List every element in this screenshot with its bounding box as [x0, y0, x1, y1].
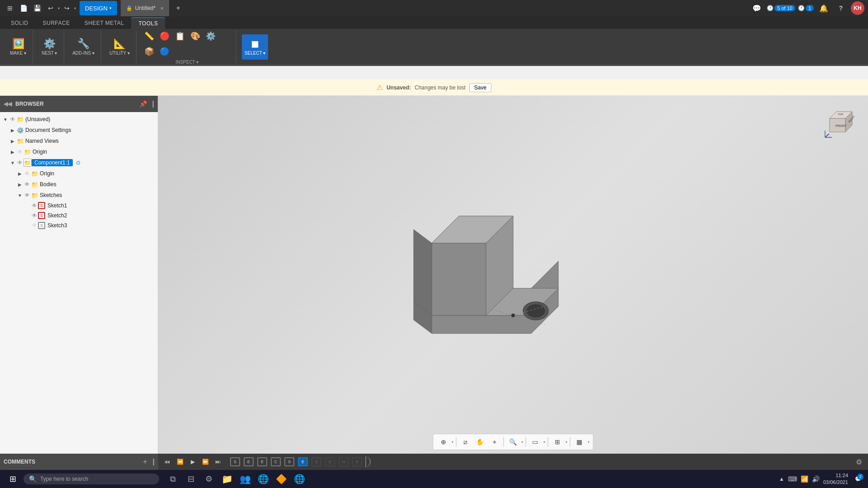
tl-step-10[interactable]: E [351, 456, 363, 467]
teams-btn[interactable]: 👥 [237, 471, 253, 487]
vis-root[interactable]: 👁 [9, 116, 16, 123]
tl-step-7[interactable]: S [310, 456, 323, 467]
tab-solid[interactable]: SOLID [4, 17, 36, 29]
undo-caret[interactable]: ▾ [58, 6, 60, 10]
tab-sheet-metal[interactable]: SHEET METAL [77, 17, 132, 29]
undo-btn[interactable]: ↩ [44, 2, 57, 14]
vis-bodies[interactable]: 👁 [24, 181, 31, 188]
component-color-btn[interactable]: ⚙️ [203, 29, 218, 43]
tree-item-sketches[interactable]: ▼ 👁 📁 Sketches [0, 190, 158, 201]
tl-play-btn[interactable]: ▶ [187, 456, 198, 467]
tab-surface[interactable]: SURFACE [36, 17, 77, 29]
tree-item-sketch1[interactable]: 👁 S Sketch1 [0, 201, 158, 211]
expand-sketches[interactable]: ▼ [16, 192, 24, 199]
addins-btn[interactable]: 🔧 ADD-INS ▾ [70, 34, 97, 60]
view-caret[interactable]: ▾ [588, 440, 590, 444]
nest-btn[interactable]: ⚙️ NEST ▾ [38, 34, 60, 60]
tl-step-2[interactable]: E [242, 456, 255, 467]
help-btn[interactable]: ? [834, 1, 848, 15]
tl-step-1[interactable]: S [229, 456, 241, 467]
display-mode-btn[interactable]: ▭ [529, 436, 542, 448]
navigate-btn[interactable]: ✋ [474, 436, 486, 448]
pin-browser-btn[interactable]: 📌 [139, 100, 147, 108]
tree-item-comp-origin[interactable]: ▶ 👁 📁 Origin [0, 168, 158, 179]
timeline-settings-btn[interactable]: ⚙ [854, 456, 864, 467]
curvature-btn[interactable]: 🔵 [157, 44, 172, 59]
fit-btn[interactable]: ⌖ [488, 436, 501, 448]
explorer-btn[interactable]: 📁 [219, 471, 235, 487]
section-analysis-btn[interactable]: 📋 [173, 29, 187, 43]
network-icon[interactable]: 📶 [801, 475, 808, 483]
tl-step-9[interactable]: H [337, 456, 350, 467]
select-btn[interactable]: ◼ SELECT ▾ [242, 34, 269, 60]
tl-next-btn[interactable]: ⏩ [200, 456, 211, 467]
vis-sketch3[interactable]: 👁 [31, 222, 38, 229]
chrome-btn[interactable]: 🌐 [255, 471, 271, 487]
tray-caret[interactable]: ▲ [779, 476, 784, 482]
notifications-btn[interactable]: 🔔 [816, 1, 831, 15]
tree-item-component1[interactable]: ▼ 👁 📁 Component1:1 ⊙ [0, 157, 158, 168]
collapse-browser-btn[interactable]: ◀◀ [4, 101, 12, 107]
notifications-taskbar-btn[interactable]: 💬 2 [852, 473, 864, 485]
utility-btn[interactable]: 📐 UTILITY ▾ [107, 34, 132, 60]
vis-sketch2[interactable]: 👁 [31, 212, 38, 219]
close-tab-btn[interactable]: ✕ [160, 6, 164, 11]
tree-item-sketch2[interactable]: 👁 S Sketch2 [0, 211, 158, 221]
zoom-btn[interactable]: 🔍 [507, 436, 519, 448]
expand-browser-btn[interactable]: | [152, 100, 154, 108]
expand-origin[interactable]: ▶ [9, 148, 16, 155]
expand-comments-btn[interactable]: | [153, 458, 155, 466]
vis-sketch1[interactable]: 👁 [31, 202, 38, 209]
task-view-btn[interactable]: ⧉ [165, 471, 181, 487]
tree-item-sketch3[interactable]: 👁 S Sketch3 [0, 221, 158, 230]
redo-btn[interactable]: ↪ [61, 2, 73, 14]
vis-sketches[interactable]: 👁 [24, 192, 31, 199]
make-btn[interactable]: 🖼️ MAKE ▾ [7, 34, 29, 60]
tl-step-active[interactable]: E [297, 456, 309, 467]
user-avatar[interactable]: KH [851, 1, 864, 15]
save-btn[interactable]: 💾 [31, 2, 43, 14]
tree-item-named-views[interactable]: ▶ 📁 Named Views [0, 136, 158, 146]
widgets-btn[interactable]: ⊟ [183, 471, 199, 487]
interference-btn[interactable]: 🔴 [157, 29, 172, 43]
expand-component1[interactable]: ▼ [9, 159, 16, 166]
settings-taskbar-btn[interactable]: ⚙ [201, 471, 217, 487]
tl-last-btn[interactable]: ⏭ [212, 456, 223, 467]
design-workspace-btn[interactable]: DESIGN ▾ [80, 1, 117, 15]
tree-item-root[interactable]: ▼ 👁 📁 (Unsaved) [0, 114, 158, 125]
tab-tools[interactable]: TOOLS [131, 17, 165, 29]
orbit-btn[interactable]: ⊕ [437, 436, 450, 448]
tl-first-btn[interactable]: ⏮ [162, 456, 173, 467]
chat-icon-btn[interactable]: 💬 [750, 1, 764, 15]
vis-component1[interactable]: 👁 [16, 159, 24, 166]
orbit-caret[interactable]: ▾ [452, 440, 453, 444]
expand-named-views[interactable]: ▶ [9, 137, 16, 145]
display-settings-btn[interactable]: 🎨 [188, 29, 203, 43]
redo-caret[interactable]: ▾ [74, 6, 76, 10]
search-box[interactable]: 🔍 Type here to search [24, 474, 159, 484]
tree-item-doc-settings[interactable]: ▶ ⚙️ Document Settings [0, 125, 158, 136]
tl-step-4[interactable]: C [269, 456, 282, 467]
vis-origin[interactable]: 👁 [16, 148, 24, 155]
fusion360-taskbar-btn[interactable]: 🔶 [273, 471, 289, 487]
measure-btn[interactable]: 📏 [142, 29, 156, 43]
new-file-btn[interactable]: 📄 [17, 2, 30, 14]
expand-bodies[interactable]: ▶ [16, 181, 24, 188]
doc-tab[interactable]: 🔒 Untitled* ✕ [121, 0, 169, 16]
pan-btn[interactable]: ⧄ [459, 436, 472, 448]
new-tab-btn[interactable]: + [171, 1, 185, 15]
tl-step-3[interactable]: E [256, 456, 269, 467]
tree-item-bodies[interactable]: ▶ 👁 📁 Bodies [0, 179, 158, 190]
keyboard-icon[interactable]: ⌨ [788, 475, 797, 483]
vis-comp-origin[interactable]: 👁 [24, 170, 31, 177]
volume-icon[interactable]: 🔊 [812, 475, 820, 483]
grid-caret[interactable]: ▾ [566, 440, 567, 444]
system-clock[interactable]: 11:24 03/06/2021 [823, 472, 848, 486]
tree-item-origin[interactable]: ▶ 👁 📁 Origin [0, 146, 158, 157]
tl-step-5[interactable]: S [283, 456, 296, 467]
apps-grid-btn[interactable]: ⊞ [4, 2, 16, 14]
zoom-caret[interactable]: ▾ [521, 440, 523, 444]
view-layout-btn[interactable]: ▦ [573, 436, 586, 448]
grid-btn[interactable]: ⊞ [551, 436, 564, 448]
expand-root[interactable]: ▼ [2, 116, 9, 123]
